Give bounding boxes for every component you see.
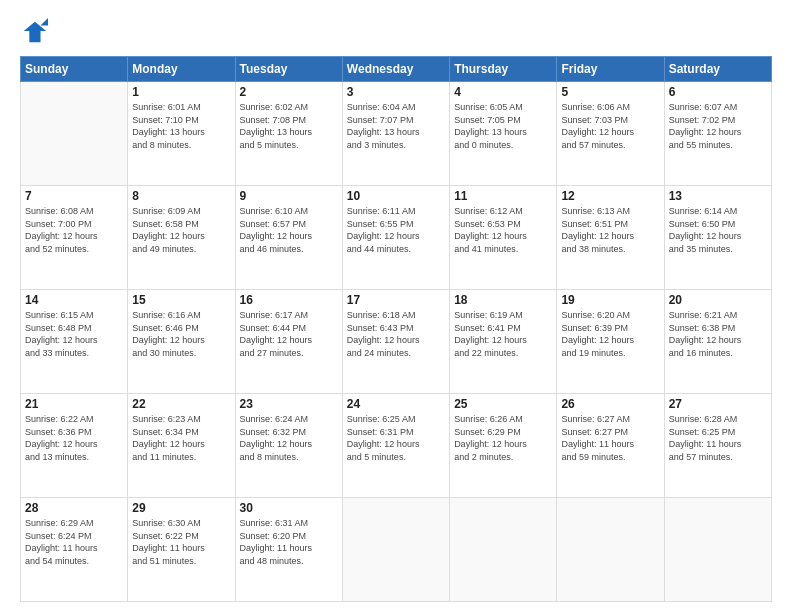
day-number: 26 bbox=[561, 397, 659, 411]
day-info: Sunrise: 6:27 AMSunset: 6:27 PMDaylight:… bbox=[561, 413, 659, 463]
weekday-header: Monday bbox=[128, 57, 235, 82]
day-info: Sunrise: 6:14 AMSunset: 6:50 PMDaylight:… bbox=[669, 205, 767, 255]
day-info: Sunrise: 6:25 AMSunset: 6:31 PMDaylight:… bbox=[347, 413, 445, 463]
calendar-cell: 1Sunrise: 6:01 AMSunset: 7:10 PMDaylight… bbox=[128, 82, 235, 186]
calendar-cell: 15Sunrise: 6:16 AMSunset: 6:46 PMDayligh… bbox=[128, 290, 235, 394]
calendar-cell: 13Sunrise: 6:14 AMSunset: 6:50 PMDayligh… bbox=[664, 186, 771, 290]
page-header bbox=[20, 18, 772, 46]
day-info: Sunrise: 6:04 AMSunset: 7:07 PMDaylight:… bbox=[347, 101, 445, 151]
calendar-cell: 22Sunrise: 6:23 AMSunset: 6:34 PMDayligh… bbox=[128, 394, 235, 498]
calendar-cell: 27Sunrise: 6:28 AMSunset: 6:25 PMDayligh… bbox=[664, 394, 771, 498]
calendar-week-row: 7Sunrise: 6:08 AMSunset: 7:00 PMDaylight… bbox=[21, 186, 772, 290]
day-info: Sunrise: 6:02 AMSunset: 7:08 PMDaylight:… bbox=[240, 101, 338, 151]
calendar-week-row: 28Sunrise: 6:29 AMSunset: 6:24 PMDayligh… bbox=[21, 498, 772, 602]
day-number: 3 bbox=[347, 85, 445, 99]
day-number: 20 bbox=[669, 293, 767, 307]
day-number: 25 bbox=[454, 397, 552, 411]
calendar-cell: 28Sunrise: 6:29 AMSunset: 6:24 PMDayligh… bbox=[21, 498, 128, 602]
calendar-cell bbox=[450, 498, 557, 602]
day-number: 19 bbox=[561, 293, 659, 307]
calendar-cell: 5Sunrise: 6:06 AMSunset: 7:03 PMDaylight… bbox=[557, 82, 664, 186]
day-info: Sunrise: 6:06 AMSunset: 7:03 PMDaylight:… bbox=[561, 101, 659, 151]
calendar-cell: 29Sunrise: 6:30 AMSunset: 6:22 PMDayligh… bbox=[128, 498, 235, 602]
day-number: 27 bbox=[669, 397, 767, 411]
day-number: 11 bbox=[454, 189, 552, 203]
calendar-cell bbox=[557, 498, 664, 602]
day-number: 10 bbox=[347, 189, 445, 203]
calendar-week-row: 1Sunrise: 6:01 AMSunset: 7:10 PMDaylight… bbox=[21, 82, 772, 186]
day-info: Sunrise: 6:16 AMSunset: 6:46 PMDaylight:… bbox=[132, 309, 230, 359]
calendar-cell bbox=[342, 498, 449, 602]
calendar-cell: 2Sunrise: 6:02 AMSunset: 7:08 PMDaylight… bbox=[235, 82, 342, 186]
day-info: Sunrise: 6:23 AMSunset: 6:34 PMDaylight:… bbox=[132, 413, 230, 463]
calendar-cell: 21Sunrise: 6:22 AMSunset: 6:36 PMDayligh… bbox=[21, 394, 128, 498]
day-info: Sunrise: 6:20 AMSunset: 6:39 PMDaylight:… bbox=[561, 309, 659, 359]
day-number: 29 bbox=[132, 501, 230, 515]
calendar-cell bbox=[21, 82, 128, 186]
weekday-header: Thursday bbox=[450, 57, 557, 82]
calendar-cell: 7Sunrise: 6:08 AMSunset: 7:00 PMDaylight… bbox=[21, 186, 128, 290]
day-info: Sunrise: 6:26 AMSunset: 6:29 PMDaylight:… bbox=[454, 413, 552, 463]
logo-icon bbox=[20, 18, 48, 46]
day-number: 16 bbox=[240, 293, 338, 307]
calendar-cell: 8Sunrise: 6:09 AMSunset: 6:58 PMDaylight… bbox=[128, 186, 235, 290]
calendar-cell: 25Sunrise: 6:26 AMSunset: 6:29 PMDayligh… bbox=[450, 394, 557, 498]
calendar-cell: 18Sunrise: 6:19 AMSunset: 6:41 PMDayligh… bbox=[450, 290, 557, 394]
day-number: 5 bbox=[561, 85, 659, 99]
calendar-cell: 23Sunrise: 6:24 AMSunset: 6:32 PMDayligh… bbox=[235, 394, 342, 498]
day-info: Sunrise: 6:31 AMSunset: 6:20 PMDaylight:… bbox=[240, 517, 338, 567]
day-number: 17 bbox=[347, 293, 445, 307]
day-number: 21 bbox=[25, 397, 123, 411]
calendar-cell: 12Sunrise: 6:13 AMSunset: 6:51 PMDayligh… bbox=[557, 186, 664, 290]
day-info: Sunrise: 6:05 AMSunset: 7:05 PMDaylight:… bbox=[454, 101, 552, 151]
calendar-cell: 11Sunrise: 6:12 AMSunset: 6:53 PMDayligh… bbox=[450, 186, 557, 290]
day-info: Sunrise: 6:15 AMSunset: 6:48 PMDaylight:… bbox=[25, 309, 123, 359]
day-number: 22 bbox=[132, 397, 230, 411]
day-number: 13 bbox=[669, 189, 767, 203]
day-number: 24 bbox=[347, 397, 445, 411]
weekday-header: Friday bbox=[557, 57, 664, 82]
day-info: Sunrise: 6:18 AMSunset: 6:43 PMDaylight:… bbox=[347, 309, 445, 359]
day-number: 2 bbox=[240, 85, 338, 99]
calendar-cell: 19Sunrise: 6:20 AMSunset: 6:39 PMDayligh… bbox=[557, 290, 664, 394]
weekday-header: Sunday bbox=[21, 57, 128, 82]
calendar-cell: 3Sunrise: 6:04 AMSunset: 7:07 PMDaylight… bbox=[342, 82, 449, 186]
weekday-header: Tuesday bbox=[235, 57, 342, 82]
calendar-cell: 9Sunrise: 6:10 AMSunset: 6:57 PMDaylight… bbox=[235, 186, 342, 290]
logo bbox=[20, 18, 52, 46]
day-info: Sunrise: 6:29 AMSunset: 6:24 PMDaylight:… bbox=[25, 517, 123, 567]
day-number: 14 bbox=[25, 293, 123, 307]
calendar-cell: 17Sunrise: 6:18 AMSunset: 6:43 PMDayligh… bbox=[342, 290, 449, 394]
day-number: 7 bbox=[25, 189, 123, 203]
calendar-cell: 30Sunrise: 6:31 AMSunset: 6:20 PMDayligh… bbox=[235, 498, 342, 602]
day-info: Sunrise: 6:09 AMSunset: 6:58 PMDaylight:… bbox=[132, 205, 230, 255]
day-number: 9 bbox=[240, 189, 338, 203]
day-info: Sunrise: 6:01 AMSunset: 7:10 PMDaylight:… bbox=[132, 101, 230, 151]
calendar-cell: 16Sunrise: 6:17 AMSunset: 6:44 PMDayligh… bbox=[235, 290, 342, 394]
day-number: 8 bbox=[132, 189, 230, 203]
calendar-cell bbox=[664, 498, 771, 602]
day-number: 30 bbox=[240, 501, 338, 515]
day-number: 12 bbox=[561, 189, 659, 203]
day-info: Sunrise: 6:21 AMSunset: 6:38 PMDaylight:… bbox=[669, 309, 767, 359]
day-info: Sunrise: 6:30 AMSunset: 6:22 PMDaylight:… bbox=[132, 517, 230, 567]
calendar-cell: 20Sunrise: 6:21 AMSunset: 6:38 PMDayligh… bbox=[664, 290, 771, 394]
weekday-header: Saturday bbox=[664, 57, 771, 82]
calendar-week-row: 14Sunrise: 6:15 AMSunset: 6:48 PMDayligh… bbox=[21, 290, 772, 394]
svg-marker-1 bbox=[41, 18, 48, 25]
weekday-header: Wednesday bbox=[342, 57, 449, 82]
day-number: 28 bbox=[25, 501, 123, 515]
day-info: Sunrise: 6:11 AMSunset: 6:55 PMDaylight:… bbox=[347, 205, 445, 255]
calendar-cell: 6Sunrise: 6:07 AMSunset: 7:02 PMDaylight… bbox=[664, 82, 771, 186]
day-info: Sunrise: 6:08 AMSunset: 7:00 PMDaylight:… bbox=[25, 205, 123, 255]
day-number: 4 bbox=[454, 85, 552, 99]
day-info: Sunrise: 6:07 AMSunset: 7:02 PMDaylight:… bbox=[669, 101, 767, 151]
day-info: Sunrise: 6:19 AMSunset: 6:41 PMDaylight:… bbox=[454, 309, 552, 359]
day-info: Sunrise: 6:13 AMSunset: 6:51 PMDaylight:… bbox=[561, 205, 659, 255]
calendar-header-row: SundayMondayTuesdayWednesdayThursdayFrid… bbox=[21, 57, 772, 82]
day-number: 6 bbox=[669, 85, 767, 99]
calendar-cell: 10Sunrise: 6:11 AMSunset: 6:55 PMDayligh… bbox=[342, 186, 449, 290]
day-number: 1 bbox=[132, 85, 230, 99]
day-info: Sunrise: 6:24 AMSunset: 6:32 PMDaylight:… bbox=[240, 413, 338, 463]
calendar-table: SundayMondayTuesdayWednesdayThursdayFrid… bbox=[20, 56, 772, 602]
